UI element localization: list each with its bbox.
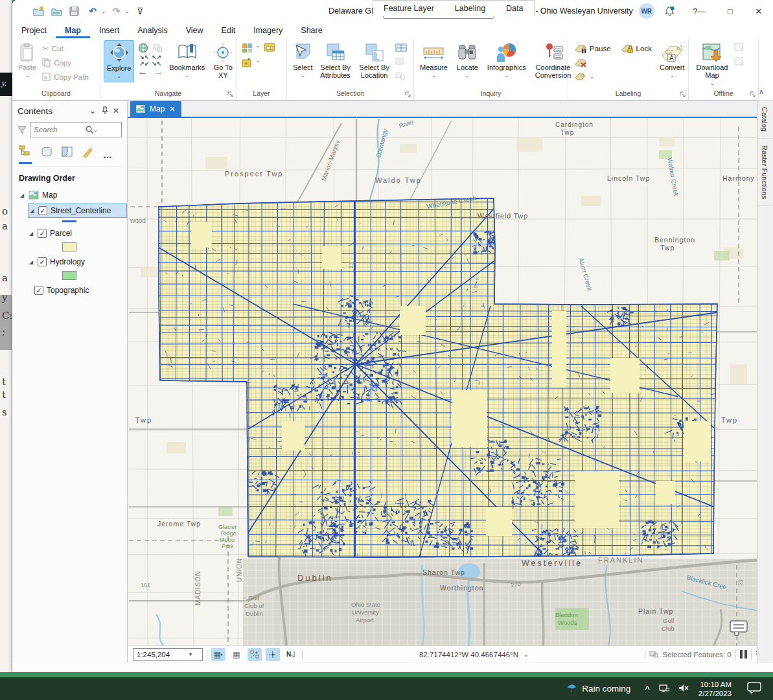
minimize-button[interactable]: — — [687, 0, 716, 22]
layer-row-map[interactable]: ◢ Map — [12, 188, 127, 202]
filter-icon[interactable] — [17, 126, 27, 134]
map-notification-icon[interactable] — [729, 620, 748, 639]
open-project-icon[interactable] — [49, 4, 64, 18]
volume-muted-icon[interactable] — [678, 684, 689, 694]
new-project-icon[interactable] — [30, 4, 46, 18]
download-map-button[interactable]: Download Map⌄ — [692, 40, 732, 89]
pin-icon[interactable] — [98, 106, 110, 116]
layer-checkbox[interactable]: ✓ — [38, 229, 47, 238]
layer-checkbox[interactable]: ✓ — [38, 206, 47, 215]
avatar[interactable]: WR — [639, 3, 654, 19]
scale-combobox[interactable]: ▾ — [133, 648, 203, 661]
snapping-icon[interactable]: + — [248, 648, 262, 661]
tab-catalog[interactable]: Catalog — [757, 100, 772, 139]
zoom-to-selected-icon[interactable] — [395, 71, 407, 83]
coordinates-readout[interactable]: 82.7174412°W 40.4667446°N ⌄ — [306, 651, 641, 659]
tab-raster-functions[interactable]: Raster Functions — [757, 139, 772, 206]
new-feature-grid-icon[interactable]: ▦+ — [211, 648, 225, 661]
navigate-dialog-launcher[interactable] — [227, 91, 234, 98]
select-button[interactable]: Select⌄ — [290, 40, 316, 81]
labeling-dialog-launcher[interactable] — [680, 91, 686, 98]
lock-labeling-button[interactable]: Lock — [619, 42, 654, 54]
ribbon-tab-edit[interactable]: Edit — [213, 23, 245, 38]
add-data-chevron[interactable]: ⌄ — [256, 58, 260, 71]
map-canvas[interactable]: Prospect TwpWaldo TwpCardingtonTwpLincol… — [128, 118, 757, 646]
offline-dialog-launcher[interactable] — [750, 91, 756, 98]
select-by-location-button[interactable]: Select By Location — [356, 40, 393, 80]
redo-icon[interactable]: ↷ — [109, 4, 124, 18]
delete-labels-button[interactable] — [573, 56, 638, 69]
contextual-tab-data[interactable]: Data — [496, 1, 533, 16]
expander-icon[interactable]: ◢ — [19, 192, 25, 198]
north-arrow-icon[interactable]: N — [284, 648, 298, 661]
basemap-chevron[interactable]: ⌄ — [256, 43, 260, 56]
convert-labels-button[interactable]: A Convert⌄ — [657, 40, 687, 81]
contextual-tab-labeling[interactable]: Labeling — [444, 1, 496, 16]
zoom-to-selection-icon[interactable] — [152, 43, 163, 53]
bookmarks-button[interactable]: Bookmarks⌄ — [167, 40, 207, 81]
pane-menu-chevron[interactable]: ⌄ — [87, 106, 98, 115]
tab-list-by-editing[interactable] — [82, 146, 94, 163]
grid-icon[interactable]: ▦ — [229, 648, 244, 661]
explore-button[interactable]: Explore⌄ — [104, 40, 134, 82]
close-button[interactable]: ✕ — [744, 0, 773, 22]
copy-path-button[interactable]: w Copy Path — [40, 71, 91, 83]
full-extent-icon[interactable] — [138, 43, 148, 53]
map-view-tab[interactable]: Map ✕ — [130, 101, 181, 117]
expander-icon[interactable]: ◢ — [28, 259, 34, 265]
new-map-window-icon[interactable] — [264, 43, 275, 56]
layer-checkbox[interactable]: ✓ — [34, 286, 43, 295]
add-data-icon[interactable]: + — [242, 58, 253, 71]
background-window[interactable]: y, oaayC:;tts — [0, 0, 12, 672]
undo-icon[interactable]: ↶ — [85, 4, 100, 18]
tab-list-by-data-source[interactable] — [41, 146, 52, 163]
ribbon-tab-insert[interactable]: Insert — [90, 23, 128, 38]
expander-icon[interactable]: ◢ — [28, 231, 34, 237]
customize-quick-access-icon[interactable]: ⊽ — [132, 4, 148, 18]
pause-labeling-button[interactable]: Pause — [573, 42, 613, 54]
ribbon-tab-map[interactable]: Map — [56, 23, 90, 38]
scale-input[interactable] — [133, 651, 189, 659]
search-options-chevron[interactable]: ⌄ — [93, 127, 98, 133]
constraints-icon[interactable] — [266, 648, 280, 661]
ribbon-tab-imagery[interactable]: Imagery — [244, 23, 292, 38]
contents-search-input[interactable] — [34, 126, 86, 134]
street-centerline-symbol[interactable] — [62, 220, 76, 222]
select-by-attributes-button[interactable]: Select By Attributes — [316, 40, 356, 80]
infographics-button[interactable]: Infographics⌄ — [485, 40, 529, 81]
taskbar-clock[interactable]: 10:10 AM 2/27/2023 — [698, 680, 732, 698]
tab-list-by-drawing-order[interactable] — [19, 145, 32, 164]
close-tab-icon[interactable]: ✕ — [169, 105, 175, 113]
hydrology-symbol[interactable] — [62, 271, 76, 280]
locate-button[interactable]: Locate⌄ — [454, 40, 481, 81]
copy-button[interactable]: Copy — [40, 56, 91, 69]
save-project-icon[interactable] — [67, 4, 82, 18]
close-pane-icon[interactable]: ✕ — [110, 106, 122, 115]
previous-extent-icon[interactable]: ← — [137, 67, 148, 76]
redo-menu-chevron[interactable]: ⌄ — [125, 8, 130, 14]
contextual-tab-feature-layer[interactable]: Feature Layer — [373, 1, 444, 16]
sync-map-icon[interactable] — [734, 43, 744, 54]
layer-row-parcel[interactable]: ◢ ✓ Parcel — [28, 226, 127, 240]
collapse-ribbon-chevron[interactable]: ∧ — [759, 88, 764, 96]
cut-button[interactable]: ✂Cut — [40, 42, 91, 54]
ribbon-tab-analysis[interactable]: Analysis — [128, 23, 177, 38]
taskbar-weather[interactable]: ☂ Rain coming — [567, 682, 630, 695]
expander-icon[interactable]: ◢ — [29, 208, 35, 214]
parcel-symbol[interactable] — [62, 242, 76, 251]
ribbon-tab-project[interactable]: Project — [12, 23, 56, 38]
next-extent-icon[interactable]: → — [153, 67, 163, 76]
maximize-button[interactable]: □ — [716, 0, 744, 22]
scale-dropdown-chevron[interactable]: ▾ — [189, 651, 192, 657]
remove-map-icon[interactable] — [734, 57, 744, 69]
layer-row-hydrology[interactable]: ◢ ✓ Hydrology — [28, 255, 127, 269]
tab-list-by-selection[interactable] — [62, 146, 73, 163]
basemap-icon[interactable] — [242, 43, 253, 56]
layer-row-street-centerline[interactable]: ◢ ✓ Street_Centerline — [28, 204, 127, 218]
tray-chevron-icon[interactable]: ^ — [645, 684, 650, 694]
chat-icon[interactable] — [747, 682, 761, 696]
attribute-table-icon[interactable] — [395, 43, 407, 54]
undo-menu-chevron[interactable]: ⌄ — [101, 8, 106, 14]
coordinate-conversion-button[interactable]: Coordinate Conversion — [533, 40, 574, 80]
layer-checkbox[interactable]: ✓ — [38, 257, 47, 266]
